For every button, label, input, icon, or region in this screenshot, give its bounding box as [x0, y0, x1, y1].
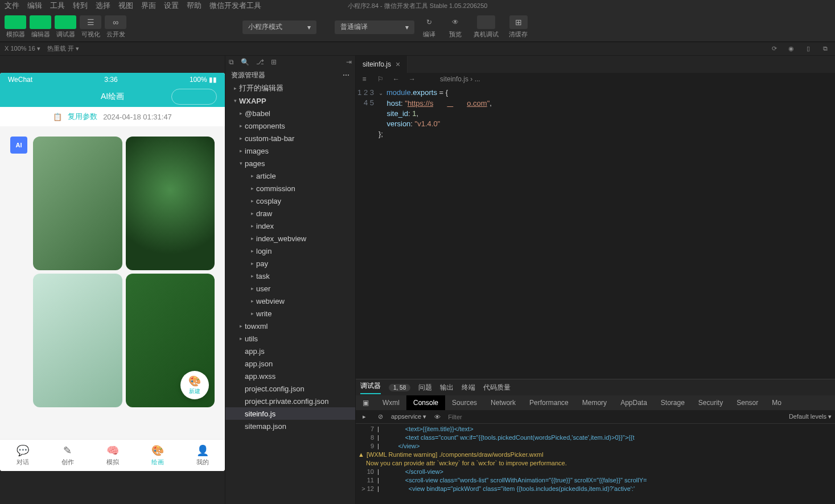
popout-icon[interactable]: ⧉ [820, 44, 830, 54]
tab-me[interactable]: 👤我的 [180, 440, 225, 471]
devtab-security[interactable]: Security [692, 395, 730, 410]
folder-user[interactable]: ▸user [225, 282, 355, 295]
menu-view[interactable]: 视图 [118, 1, 133, 11]
file-project-private-config-json[interactable]: project.private.config.json [225, 395, 355, 407]
simulator-toggle[interactable] [5, 15, 26, 29]
file-app-json[interactable]: app.json [225, 357, 355, 370]
debugger-tab-problems[interactable]: 问题 [418, 383, 432, 393]
file-project-config-json[interactable]: project.config.json [225, 382, 355, 395]
folder-components[interactable]: ▸components [225, 119, 355, 132]
menu-file[interactable]: 文件 [5, 1, 19, 11]
nav-back-icon[interactable]: ← [391, 75, 401, 83]
menu-interface[interactable]: 界面 [141, 1, 156, 11]
menu-edit[interactable]: 编辑 [27, 1, 42, 11]
devtab-performance[interactable]: Performance [523, 395, 575, 410]
folder-write[interactable]: ▸write [225, 307, 355, 320]
debugger-tab-output[interactable]: 输出 [440, 383, 454, 393]
tab-chat[interactable]: 💬对话 [0, 440, 45, 471]
folder-index_webview[interactable]: ▸index_webview [225, 232, 355, 245]
breadcrumb[interactable]: siteinfo.js › ... [440, 75, 480, 83]
clear-cache-button[interactable]: ⊞ [509, 15, 528, 29]
close-icon[interactable]: × [396, 60, 400, 69]
compile-mode-dropdown[interactable]: 普通编译▾ [335, 20, 414, 34]
folder-commission[interactable]: ▸commission [225, 182, 355, 195]
capsule-menu[interactable] [171, 89, 217, 105]
project-section[interactable]: ▾WXAPP [225, 94, 355, 107]
panel-toggle-icon[interactable]: ⇥ [346, 58, 352, 66]
tab-create[interactable]: ✎创作 [45, 440, 90, 471]
device-icon[interactable]: ▯ [803, 44, 813, 54]
devtab-sources[interactable]: Sources [445, 395, 484, 410]
more-icon[interactable]: ⋯ [343, 71, 349, 79]
folder-index[interactable]: ▸index [225, 220, 355, 232]
git-icon[interactable]: ⎇ [256, 58, 264, 66]
code-body[interactable]: ⌄module.exports = { host: "https://s o.c… [379, 85, 492, 379]
menu-help[interactable]: 帮助 [187, 1, 201, 11]
new-fab-button[interactable]: 🎨 新建 [180, 371, 209, 399]
extensions-icon[interactable]: ⊞ [271, 58, 277, 66]
gallery-image[interactable] [33, 137, 122, 270]
devtab-storage[interactable]: Storage [654, 395, 692, 410]
debugger-tab-active[interactable]: 调试器 [360, 381, 381, 394]
folder-webview[interactable]: ▸webview [225, 295, 355, 307]
debugger-toggle[interactable] [55, 15, 76, 29]
folder-pay[interactable]: ▸pay [225, 257, 355, 270]
hotreload-dropdown[interactable]: 热重载 开 ▾ [47, 44, 79, 53]
reuse-params-link[interactable]: 复用参数 [68, 111, 97, 122]
cloud-toggle[interactable]: ∞ [105, 15, 126, 29]
folder-login[interactable]: ▸login [225, 245, 355, 257]
mode-dropdown[interactable]: 小程序模式▾ [242, 20, 316, 34]
dock-icon[interactable]: ▣ [356, 395, 376, 410]
gallery-image[interactable] [33, 274, 122, 407]
console-filter-input[interactable] [448, 414, 783, 420]
menu-tools[interactable]: 工具 [50, 1, 65, 11]
folder-draw[interactable]: ▸draw [225, 207, 355, 220]
folder-utils[interactable]: ▸utils [225, 332, 355, 345]
code-editor[interactable]: 1 2 3 4 5 ⌄module.exports = { host: "htt… [356, 85, 835, 379]
devtab-network[interactable]: Network [484, 395, 523, 410]
menu-select[interactable]: 选择 [96, 1, 110, 11]
folder-@babel[interactable]: ▸@babel [225, 107, 355, 119]
folder-cosplay[interactable]: ▸cosplay [225, 195, 355, 207]
visual-toggle[interactable]: ☰ [80, 15, 101, 29]
eye-icon[interactable]: 👁 [432, 414, 442, 420]
folder-task[interactable]: ▸task [225, 270, 355, 282]
debugger-tab-quality[interactable]: 代码质量 [483, 383, 511, 393]
preview-button[interactable]: 👁 [447, 15, 463, 29]
compile-button[interactable]: ↻ [421, 15, 437, 29]
record-icon[interactable]: ◉ [786, 44, 796, 54]
folder-pages[interactable]: ▾pages [225, 157, 355, 170]
gallery-image[interactable] [126, 137, 215, 270]
folder-custom-tab-bar[interactable]: ▸custom-tab-bar [225, 132, 355, 144]
file-app-wxss[interactable]: app.wxss [225, 370, 355, 382]
devtab-sensor[interactable]: Sensor [730, 395, 765, 410]
files-icon[interactable]: ⧉ [229, 58, 234, 66]
devtab-appdata[interactable]: AppData [614, 395, 654, 410]
tab-simulate[interactable]: 🧠模拟 [90, 440, 135, 471]
folder-article[interactable]: ▸article [225, 170, 355, 182]
console-output[interactable]: 7| <text>{{item.title}}</text>8| <text c… [356, 424, 835, 504]
editor-toggle[interactable] [30, 15, 51, 29]
tab-draw[interactable]: 🎨绘画 [135, 440, 180, 471]
list-icon[interactable]: ≡ [359, 75, 369, 83]
debugger-tab-terminal[interactable]: 终端 [462, 383, 475, 393]
nav-forward-icon[interactable]: → [407, 75, 417, 83]
file-app-js[interactable]: app.js [225, 345, 355, 357]
file-sitemap-json[interactable]: sitemap.json [225, 420, 355, 432]
folder-towxml[interactable]: ▸towxml [225, 320, 355, 332]
menu-settings[interactable]: 设置 [164, 1, 179, 11]
menu-goto[interactable]: 转到 [73, 1, 88, 11]
refresh-icon[interactable]: ⟳ [769, 44, 779, 54]
bookmark-icon[interactable]: ⚐ [375, 75, 385, 83]
clear-console-icon[interactable]: ⊘ [375, 413, 385, 420]
folder-images[interactable]: ▸images [225, 144, 355, 157]
open-editors-section[interactable]: ▸打开的编辑器 [225, 82, 355, 94]
devtab-wxml[interactable]: Wxml [376, 395, 406, 410]
devtab-more[interactable]: Mo [765, 395, 788, 410]
zoom-dropdown[interactable]: X 100% 16 ▾ [5, 45, 40, 52]
devtab-console[interactable]: Console [406, 395, 445, 410]
context-selector[interactable]: appservice ▾ [391, 413, 426, 420]
file-siteinfo-js[interactable]: siteinfo.js [225, 407, 355, 420]
menu-wxdevtools[interactable]: 微信开发者工具 [209, 1, 261, 11]
devtab-memory[interactable]: Memory [575, 395, 614, 410]
